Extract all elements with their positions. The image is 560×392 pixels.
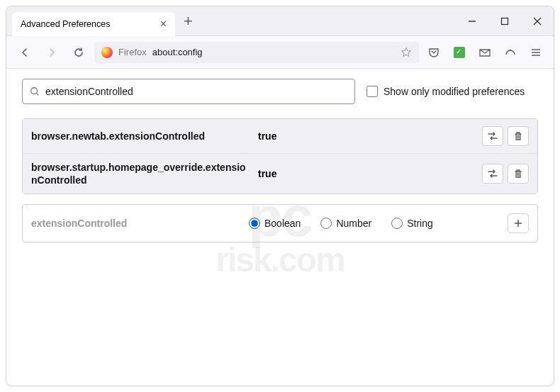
- navigation-toolbar: Firefox about:config: [6, 36, 554, 69]
- toggle-button[interactable]: [482, 164, 503, 184]
- type-number[interactable]: Number: [320, 218, 371, 229]
- type-boolean[interactable]: Boolean: [249, 218, 301, 229]
- type-string[interactable]: String: [391, 218, 433, 229]
- menu-button[interactable]: [525, 42, 547, 63]
- preference-value: true: [258, 168, 475, 179]
- back-button[interactable]: [13, 41, 36, 64]
- pocket-icon[interactable]: [423, 42, 444, 63]
- svg-point-4: [510, 49, 511, 50]
- window-controls: [456, 6, 554, 36]
- maximize-button[interactable]: [488, 6, 521, 36]
- url-path: about:config: [152, 47, 203, 57]
- forward-button[interactable]: [40, 41, 63, 64]
- preference-row: browser.newtab.extensionControlled true: [23, 119, 537, 153]
- new-preference-row: extensionControlled Boolean Number Strin…: [22, 204, 538, 242]
- preference-name: browser.newtab.extensionControlled: [31, 130, 251, 142]
- minimize-button[interactable]: [456, 6, 488, 36]
- show-modified-label: Show only modified preferences: [383, 86, 525, 97]
- type-radio-group: Boolean Number String: [249, 218, 499, 229]
- search-row: Show only modified preferences: [22, 79, 538, 104]
- close-tab-icon[interactable]: ×: [160, 18, 167, 30]
- svg-line-9: [37, 94, 39, 96]
- url-host: Firefox: [118, 47, 147, 57]
- new-preference-name: extensionControlled: [31, 218, 240, 229]
- firefox-icon: [101, 47, 113, 58]
- reload-button[interactable]: [67, 41, 90, 64]
- preference-list: browser.newtab.extensionControlled true …: [22, 118, 538, 194]
- svg-rect-1: [502, 18, 508, 24]
- preference-value: true: [258, 130, 475, 142]
- page-content: pc risk.com Show only modified preferenc…: [6, 69, 554, 386]
- titlebar: Advanced Preferences × +: [6, 6, 554, 36]
- search-icon: [30, 86, 40, 96]
- close-window-button[interactable]: [521, 6, 554, 36]
- browser-tab[interactable]: Advanced Preferences ×: [12, 12, 175, 36]
- search-box[interactable]: [22, 79, 355, 104]
- search-input[interactable]: [45, 86, 347, 97]
- bookmark-star-icon[interactable]: [401, 47, 412, 58]
- show-modified-input[interactable]: [366, 86, 378, 97]
- toggle-button[interactable]: [482, 126, 503, 146]
- new-tab-button[interactable]: +: [184, 12, 193, 30]
- mail-icon[interactable]: [474, 42, 495, 63]
- extension-icon[interactable]: [449, 42, 470, 63]
- add-button[interactable]: [508, 213, 529, 233]
- delete-button[interactable]: [508, 126, 529, 146]
- show-modified-checkbox[interactable]: Show only modified preferences: [366, 86, 525, 97]
- browser-window: Advanced Preferences × + Firefox about:c…: [6, 6, 554, 386]
- account-icon[interactable]: [500, 42, 521, 63]
- url-bar[interactable]: Firefox about:config: [94, 42, 419, 63]
- tab-title: Advanced Preferences: [21, 19, 110, 29]
- toolbar-actions: [423, 42, 547, 63]
- preference-name: browser.startup.homepage_override.extens…: [31, 161, 251, 186]
- preference-row: browser.startup.homepage_override.extens…: [23, 153, 537, 194]
- svg-point-8: [31, 88, 38, 94]
- delete-button[interactable]: [508, 164, 529, 184]
